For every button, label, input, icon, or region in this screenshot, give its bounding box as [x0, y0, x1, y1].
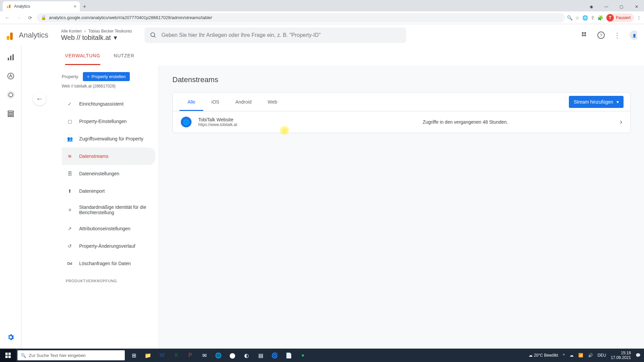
menu-access-management[interactable]: 👥Zugriffsverwaltung für Property — [62, 130, 155, 147]
menu-attribution[interactable]: ↗Attributionseinstellungen — [62, 220, 155, 237]
minimize-button[interactable]: — — [599, 2, 614, 11]
window-controls: ◉ — ▢ ✕ — [584, 2, 644, 11]
tab-verwaltung[interactable]: VERWALTUNG — [65, 46, 100, 65]
account-avatar[interactable]: 👤 — [629, 31, 637, 39]
more-icon[interactable]: ⋮ — [613, 31, 621, 39]
stream-tab-all[interactable]: Alle — [179, 93, 203, 111]
edge-icon[interactable]: 🌀 — [268, 349, 281, 362]
reports-icon[interactable] — [6, 53, 15, 62]
back-arrow-button[interactable]: ← — [33, 92, 46, 106]
menu-default-identity[interactable]: ≡Standardmäßige Identität für die Berich… — [62, 200, 155, 220]
language-indicator[interactable]: DEU — [598, 353, 606, 358]
svg-rect-5 — [584, 32, 586, 34]
explorer-icon[interactable]: 📁 — [142, 349, 154, 362]
globe-icon[interactable]: 🌐 — [582, 15, 588, 20]
stream-tab-android[interactable]: Android — [227, 93, 260, 111]
menu-setup-assistant[interactable]: ✓Einrichtungsassistent — [62, 95, 155, 113]
close-window-button[interactable]: ✕ — [629, 2, 644, 11]
bookmark-icon[interactable]: ☆ — [575, 15, 580, 20]
browser-tab[interactable]: Analytics × — [3, 1, 80, 11]
back-button[interactable]: ← — [3, 13, 12, 22]
new-tab-button[interactable]: + — [80, 2, 89, 11]
address-bar[interactable]: 🔒 analytics.google.com/analytics/web/#/a… — [37, 13, 565, 22]
property-header: Property + Property erstellen — [62, 72, 155, 81]
streams-icon: ≋ — [66, 152, 74, 160]
taskbar-search-placeholder: Zur Suche Text hier eingeben — [29, 353, 86, 358]
add-stream-button[interactable]: Stream hinzufügen ▾ — [569, 96, 624, 108]
obs-icon[interactable]: ⬤ — [226, 349, 239, 362]
stream-url: https://www.tobitalk.at — [198, 122, 237, 127]
crumb-property: Web // tobitalk.at — [61, 34, 111, 42]
people-icon: 👥 — [66, 135, 74, 143]
onedrive-icon[interactable]: ☁ — [570, 353, 574, 358]
admin-gear-icon[interactable] — [6, 333, 15, 342]
crumb-account-name: Tobias Becker Testkonto — [88, 29, 132, 34]
clock[interactable]: 15:18 17.09.2021 — [611, 351, 631, 360]
apps-icon[interactable] — [581, 31, 589, 39]
stream-status: Zugriffe in den vergangenen 48 Stunden. — [349, 119, 508, 125]
search-icon: 🔍 — [21, 353, 26, 358]
product-name: Analytics — [19, 31, 48, 40]
menu-property-settings[interactable]: ▢Property-Einstellungen — [62, 113, 155, 130]
app-icon-2[interactable]: ▤ — [254, 349, 267, 362]
taskbar-search[interactable]: 🔍 Zur Suche Text hier eingeben — [17, 350, 125, 360]
menu-change-history[interactable]: ↺Property-Änderungsverlauf — [62, 237, 155, 255]
svg-rect-22 — [8, 353, 11, 355]
menu-data-settings[interactable]: 🗄Dateneinstellungen — [62, 165, 155, 182]
notepad-icon[interactable]: 📄 — [282, 349, 295, 362]
property-menu: ✓Einrichtungsassistent ▢Property-Einstel… — [62, 95, 155, 286]
cursor-highlight — [280, 126, 289, 135]
tray-up-icon[interactable]: ^ — [563, 353, 565, 358]
svg-rect-23 — [5, 356, 8, 358]
maximize-button[interactable]: ▢ — [614, 2, 629, 11]
property-column: ← Property + Property erstellen Web // t… — [21, 65, 159, 349]
profile-pill[interactable]: T Pausiert — [606, 13, 634, 22]
search-bar[interactable] — [145, 27, 406, 43]
close-tab-icon[interactable]: × — [74, 4, 76, 9]
start-button[interactable] — [0, 349, 16, 362]
menu-delete-requests[interactable]: DdLöschanfragen für Daten — [62, 255, 155, 272]
app-icon-1[interactable]: ◐ — [240, 349, 253, 362]
breadcrumb[interactable]: Alle Konten › Tobias Becker Testkonto We… — [61, 29, 132, 42]
word-icon[interactable]: W — [156, 349, 168, 362]
forward-button[interactable]: → — [14, 13, 23, 22]
date: 17.09.2021 — [611, 355, 631, 360]
extensions-icon[interactable]: 🧩 — [597, 15, 603, 20]
stream-tab-ios[interactable]: iOS — [203, 93, 227, 111]
help-icon[interactable]: ? — [597, 31, 605, 39]
wifi-icon[interactable]: 📶 — [578, 353, 583, 358]
zoom-icon[interactable]: 🔍 — [567, 15, 573, 20]
task-view-icon[interactable]: ⊞ — [127, 349, 140, 362]
sound-icon[interactable]: 🔊 — [588, 353, 593, 358]
tab-nutzer[interactable]: NUTZER — [114, 46, 135, 65]
weather-widget[interactable]: ☁ 20°C Bewölkt — [529, 353, 558, 358]
svg-point-2 — [151, 33, 155, 37]
stream-row[interactable]: 🌐 TobiTalk Website https://www.tobitalk.… — [173, 111, 630, 133]
tab-bar: Analytics × + ◉ — ▢ ✕ — [0, 0, 644, 11]
explore-icon[interactable] — [6, 71, 15, 81]
excel-icon[interactable]: X — [170, 349, 182, 362]
chrome-toolbar-icons: 🔍 ☆ 🌐 ⇪ 🧩 T Pausiert ⋮ — [567, 13, 641, 22]
spotify-icon[interactable]: ● — [297, 349, 309, 362]
svg-rect-6 — [582, 35, 584, 36]
search-input[interactable] — [161, 32, 401, 38]
svg-rect-1 — [9, 5, 10, 8]
advertising-icon[interactable] — [6, 90, 15, 100]
create-property-button[interactable]: + Property erstellen — [83, 72, 129, 81]
chrome-icon[interactable]: 🌐 — [212, 349, 225, 362]
chrome-account-dot[interactable]: ◉ — [584, 2, 599, 11]
menu-datastreams[interactable]: ≋Datenstreams — [62, 147, 155, 165]
configure-icon[interactable] — [6, 109, 15, 118]
notifications-icon[interactable]: 💬 — [636, 353, 641, 358]
svg-rect-24 — [8, 356, 11, 358]
windows-taskbar: 🔍 Zur Suche Text hier eingeben ⊞ 📁 W X P… — [0, 349, 644, 362]
checklist-icon: ✓ — [66, 100, 74, 108]
powerpoint-icon[interactable]: P — [184, 349, 197, 362]
chrome-menu-icon[interactable]: ⋮ — [637, 15, 641, 20]
share-icon[interactable]: ⇪ — [591, 15, 595, 20]
analytics-logo[interactable]: Analytics — [7, 31, 48, 40]
stream-tab-web[interactable]: Web — [260, 93, 285, 111]
mail-icon[interactable]: ✉ — [198, 349, 211, 362]
reload-button[interactable]: ⟳ — [25, 13, 35, 22]
menu-data-import[interactable]: ⬆Datenimport — [62, 182, 155, 200]
